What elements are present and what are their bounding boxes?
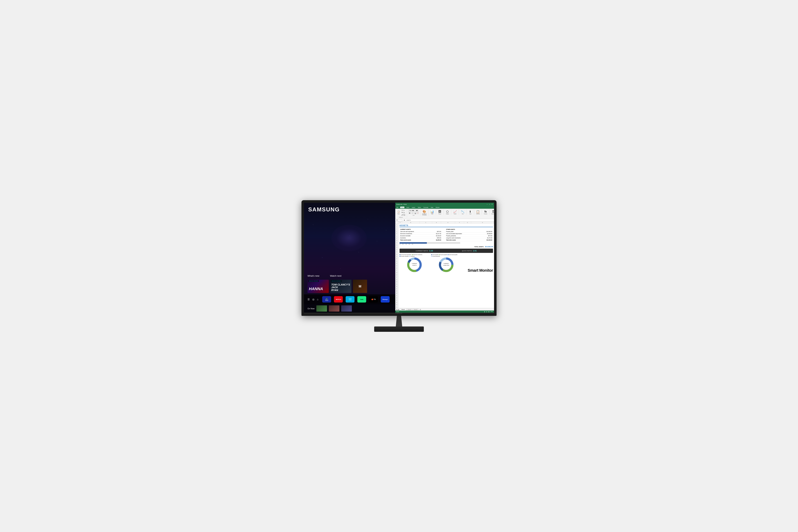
menu-home[interactable]: Home (400, 207, 404, 208)
charts-label: Charts (454, 213, 456, 214)
paste-button[interactable]: 📋 Paste (396, 209, 401, 215)
row-37: 37 (395, 287, 398, 289)
picture-label: Picture (439, 213, 441, 214)
view-layout-icon[interactable]: ▤ (486, 311, 487, 312)
assets-title: ASSETS (400, 224, 493, 227)
bold-button[interactable]: B (408, 212, 411, 214)
hamburger-icon[interactable]: ☰ (307, 298, 310, 301)
prime-video-icon[interactable]: primevideo (346, 296, 355, 303)
font-size-select[interactable]: 11 (415, 209, 418, 212)
charts-button[interactable]: 📈 Charts (453, 209, 457, 215)
close-button[interactable]: ✕ (491, 203, 493, 205)
spacer-1 (442, 230, 445, 233)
add-sheet-icon[interactable]: ⊕ (420, 308, 421, 310)
ribbon-clipboard: 📋 Paste ✂Cut ⧉Copy (396, 209, 407, 218)
col-header-d: D (432, 222, 441, 224)
netflix-icon[interactable]: NETFLIX (334, 296, 343, 303)
apple-tv-icon[interactable]: 🍎 TV (369, 296, 378, 303)
view-page-icon[interactable]: ▣ (488, 311, 490, 312)
hulu-icon[interactable]: hulu (357, 296, 366, 303)
col-header-a: A (398, 222, 402, 224)
scroll-right-icon[interactable]: ▶ (398, 308, 400, 310)
view-normal-icon[interactable]: ▦ (484, 311, 485, 312)
legend-investments-label: Short-term investments (413, 254, 422, 255)
menu-formulas[interactable]: Formulas (423, 207, 429, 208)
samsung-tv-plus-icon[interactable]: 📺 SamsungTV Plus (322, 296, 331, 303)
autosum-button[interactable]: Σ AutoSum (491, 209, 494, 215)
ribbon-conditional-formatting: 🎨 ConditionalFormatting (422, 209, 429, 216)
format-table-button[interactable]: 📊 Table (430, 209, 435, 215)
legend-accounts-payable-label: Accounts payable (440, 254, 447, 255)
outcome-icon: 📋 (476, 210, 480, 213)
menu-insert[interactable]: Insert (406, 207, 410, 208)
legend-inventories-dot (409, 256, 410, 257)
table-label: Table (431, 213, 433, 214)
row-15: 15 (395, 248, 398, 250)
current-assets-header: CURRENT ASSETS (400, 228, 429, 230)
ratio-bar: CURRENT RATIO 3.38 QUICK RATIO 2.91 (400, 249, 493, 253)
tv-content: What's new Watch next AMAZON ORIGINAL HA… (304, 214, 395, 312)
outcome-button[interactable]: 📋 Outcome (476, 209, 480, 215)
menu-file[interactable]: File (396, 207, 399, 208)
function-button[interactable]: fx Function (483, 209, 488, 215)
italic-button[interactable]: I (411, 212, 414, 214)
col-header-f: F (455, 222, 464, 224)
minimize-button[interactable]: ─ (486, 203, 488, 205)
line-button[interactable]: 📉 Line (460, 209, 465, 215)
maximize-button[interactable]: □ (489, 203, 491, 205)
format-copy-button[interactable]: 🖌Form Copy (401, 213, 405, 216)
shapes-button[interactable]: ⬡ Shapes (445, 209, 450, 215)
ribbon-charts: 📈 Charts (453, 209, 459, 215)
home-icon[interactable]: ⌂ (317, 298, 318, 301)
conditional-formatting-button[interactable]: 🎨 ConditionalFormatting (422, 209, 427, 216)
watch-next-label: Watch next (330, 274, 342, 277)
row-34: 34 (395, 282, 398, 284)
name-box[interactable]: B3 (396, 220, 402, 221)
scroll-left-icon[interactable]: ◀ (396, 308, 397, 310)
cut-button[interactable]: ✂Cut (401, 209, 405, 211)
content-cards-row: AMAZON ORIGINAL HANNA AMAZON ORIGINAL TO… (304, 280, 395, 294)
sheet-tab-2[interactable]: Sheet2 (406, 308, 412, 310)
font-family-select[interactable]: Arial (408, 209, 415, 212)
current-asset-label-3: Accounts receivable (400, 235, 429, 237)
hanna-card[interactable]: AMAZON ORIGINAL HANNA (307, 280, 329, 293)
jack-ryan-card[interactable]: AMAZON ORIGINAL TOM CLANCY'SJACKRYAN (330, 280, 352, 293)
menu-layout[interactable]: Layout (411, 207, 416, 208)
sheet-tab-3[interactable]: Sheet3 (413, 308, 418, 310)
formula-input[interactable] (406, 220, 493, 221)
heat-button[interactable]: 🌡 Heat (468, 209, 473, 215)
progress-label-15k: 15k (405, 244, 407, 245)
search-icon[interactable]: ◎ (312, 298, 315, 301)
menu-data[interactable]: Data (430, 207, 434, 208)
format-copy-label: Form Copy (403, 214, 405, 216)
row-7: 7 (395, 234, 398, 236)
legend-investments: Short-term investments (412, 254, 422, 255)
row-38: 38 (395, 289, 398, 291)
row-29: 29 (395, 273, 398, 275)
row-sidebar: 1 2 3 4 5 6 7 8 9 10 11 12 13 14 (395, 224, 398, 308)
excel-main-area: 1 2 3 4 5 6 7 8 9 10 11 12 13 14 (395, 224, 494, 308)
spreadsheet-content-area[interactable]: ASSETS CURRENT ASSETS OTHER ASSETS (398, 224, 494, 308)
mystery-card[interactable]: M (353, 280, 367, 293)
table-row: Short-term investments $1,517.00 Less ac… (400, 233, 493, 235)
menu-review[interactable]: Review (435, 207, 440, 208)
copy-button[interactable]: ⧉Copy (401, 212, 405, 213)
monitor-stand-neck (394, 316, 404, 326)
menu-tables[interactable]: Tables (417, 207, 421, 208)
total-assets-value: $14,562.00 (485, 246, 493, 248)
underline-button[interactable]: U (414, 212, 417, 214)
sheet-tab-1[interactable]: Sheet1 (400, 308, 406, 310)
picture-button[interactable]: 🖼 Picture (437, 209, 442, 215)
row-46: 46 (395, 303, 398, 305)
legend-loans: Loans payable (431, 254, 438, 255)
on-now-label: On Now (307, 307, 315, 310)
disney-plus-icon[interactable]: Disney+ (381, 296, 390, 303)
svg-text:LIABILITIES: LIABILITIES (443, 265, 449, 266)
samsung-tv-logo: SAMSUNG (304, 203, 395, 214)
line-icon: 📉 (461, 210, 464, 213)
other-assets-header: OTHER ASSETS (445, 228, 479, 230)
shapes-label: Shapes (446, 213, 449, 214)
conditional-formatting-label: ConditionalFormatting (422, 213, 426, 215)
legend-income-taxes-dot (448, 254, 449, 255)
font-color-button[interactable]: A (417, 212, 419, 214)
